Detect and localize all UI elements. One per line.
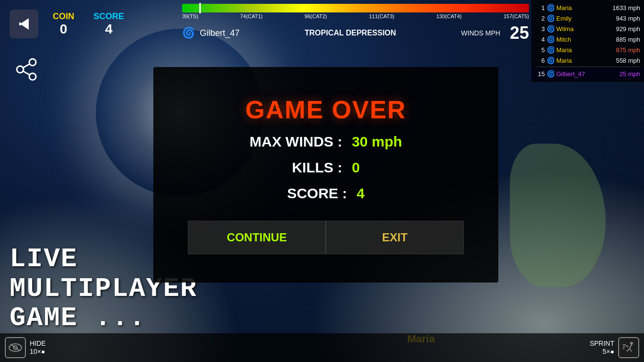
kills-label: KILLS : bbox=[292, 159, 342, 176]
svg-line-13 bbox=[630, 349, 632, 351]
land-mass bbox=[510, 144, 606, 287]
modal-buttons: CONTINUE EXIT bbox=[188, 221, 464, 254]
lb-row-5: 5 🌀 Maria 875 mph bbox=[531, 45, 644, 55]
lb-hurricane-icon-6: 🌀 bbox=[547, 57, 554, 64]
lb-row-6: 6 🌀 Maria 558 mph bbox=[531, 55, 644, 66]
wind-label-cat2: 96(CAT2) bbox=[305, 13, 327, 19]
svg-line-14 bbox=[626, 346, 629, 347]
lb-name-5: Maria bbox=[556, 46, 614, 54]
category-label: TROPICAL DEPRESSION bbox=[244, 29, 456, 37]
wind-label-cat3: 111(CAT3) bbox=[369, 13, 394, 19]
wind-indicator bbox=[199, 3, 201, 13]
svg-line-6 bbox=[23, 71, 30, 75]
lb-row-4: 4 🌀 Mitch 885 mph bbox=[531, 34, 644, 45]
hide-button[interactable]: HIDE 10×● bbox=[5, 337, 46, 358]
lb-player-rank: 15 bbox=[535, 70, 545, 78]
lb-speed-5: 875 mph bbox=[616, 46, 640, 54]
lb-hurricane-icon-3: 🌀 bbox=[547, 25, 554, 33]
svg-point-10 bbox=[630, 342, 633, 345]
hurricane-icon: 🌀 bbox=[182, 27, 195, 39]
lb-rank-4: 4 bbox=[535, 36, 545, 43]
lb-rank-2: 2 bbox=[535, 15, 545, 22]
lb-speed-6: 558 mph bbox=[616, 57, 640, 64]
score-block: SCORE 4 bbox=[93, 11, 124, 37]
coin-label: COIN bbox=[53, 11, 74, 22]
continue-button[interactable]: CONTINUE bbox=[188, 221, 326, 254]
lb-speed-3: 929 mph bbox=[616, 25, 640, 33]
score-value: 4 bbox=[105, 22, 113, 37]
wind-bar-labels: 39(TS) 74(CAT1) 96(CAT2) 111(CAT3) 130(C… bbox=[182, 13, 529, 19]
svg-point-3 bbox=[17, 66, 23, 73]
coin-block: COIN 0 bbox=[53, 11, 74, 37]
lb-player-row: 15 🌀 Gilbert_47 25 mph bbox=[531, 68, 644, 79]
max-winds-label: MAX WINDS : bbox=[250, 134, 342, 150]
kills-row: KILLS : 0 bbox=[292, 159, 360, 176]
svg-line-11 bbox=[630, 345, 632, 349]
lb-hurricane-icon-4: 🌀 bbox=[547, 35, 554, 43]
hide-text: HIDE 10×● bbox=[30, 339, 46, 356]
lb-rank-6: 6 bbox=[535, 57, 545, 64]
share-button[interactable] bbox=[14, 57, 38, 83]
hide-icon-box bbox=[5, 337, 26, 358]
wind-label-cat4: 130(CAT4) bbox=[436, 13, 461, 19]
lb-row-3: 3 🌀 Wilma 929 mph bbox=[531, 23, 644, 34]
wind-label-ts: 39(TS) bbox=[182, 13, 198, 19]
svg-rect-1 bbox=[19, 23, 21, 25]
lb-player-name: Gilbert_47 bbox=[556, 70, 618, 78]
kills-value: 0 bbox=[352, 159, 360, 176]
lb-name-4: Mitch bbox=[556, 36, 614, 43]
lb-name-3: Wilma bbox=[556, 25, 614, 33]
score-row: SCORE : 4 bbox=[287, 185, 365, 202]
hurricane-name: Gilbert_47 bbox=[200, 28, 240, 38]
coin-value: 0 bbox=[60, 22, 68, 37]
lb-row-2: 2 🌀 Emily 943 mph bbox=[531, 13, 644, 23]
svg-point-2 bbox=[29, 59, 36, 66]
lb-speed-4: 885 mph bbox=[616, 36, 640, 43]
lb-rank-3: 3 bbox=[535, 25, 545, 33]
lb-hurricane-icon-2: 🌀 bbox=[547, 14, 554, 22]
lb-player-speed: 25 mph bbox=[620, 70, 640, 78]
back-button[interactable] bbox=[5, 5, 43, 43]
modal-score-label: SCORE : bbox=[287, 185, 347, 202]
sprint-button[interactable]: SPRINT 5×● bbox=[590, 337, 639, 358]
svg-marker-0 bbox=[20, 18, 29, 30]
lb-divider bbox=[535, 67, 640, 67]
modal-score-value: 4 bbox=[356, 185, 365, 202]
svg-line-5 bbox=[23, 64, 30, 68]
wind-label-cat1: 74(CAT1) bbox=[240, 13, 263, 19]
game-over-modal: GAME OVER MAX WINDS : 30 mph KILLS : 0 S… bbox=[153, 67, 498, 283]
svg-line-12 bbox=[627, 349, 630, 351]
lb-hurricane-icon-1: 🌀 bbox=[547, 4, 554, 11]
max-winds-value: 30 mph bbox=[352, 134, 402, 150]
leaderboard: 1 🌀 Maria 1633 mph 2 🌀 Emily 943 mph 3 🌀… bbox=[531, 0, 644, 82]
hurricane-info-row: 🌀 Gilbert_47 TROPICAL DEPRESSION WINDS M… bbox=[182, 23, 529, 43]
lb-name-1: Maria bbox=[556, 4, 610, 11]
lb-name-2: Emily bbox=[556, 15, 614, 22]
game-over-title: GAME OVER bbox=[245, 95, 406, 124]
lb-speed-1: 1633 mph bbox=[612, 4, 640, 11]
lb-speed-2: 943 mph bbox=[616, 15, 640, 22]
lb-rank-1: 1 bbox=[535, 4, 545, 11]
wind-gradient-bar bbox=[182, 4, 529, 12]
lb-player-hurricane-icon: 🌀 bbox=[547, 70, 554, 78]
coin-score-area: COIN 0 SCORE 4 bbox=[53, 11, 124, 37]
wind-speed-value: 25 bbox=[510, 23, 529, 43]
back-arrow-icon bbox=[10, 10, 38, 38]
lb-name-6: Maria bbox=[556, 57, 614, 64]
svg-point-4 bbox=[29, 73, 36, 80]
sprint-icon-box bbox=[618, 337, 639, 358]
winds-label: WINDS MPH bbox=[461, 29, 500, 37]
sprint-text: SPRINT 5×● bbox=[590, 339, 614, 356]
lb-row-1: 1 🌀 Maria 1633 mph bbox=[531, 2, 644, 13]
wind-bar-container: 39(TS) 74(CAT1) 96(CAT2) 111(CAT3) 130(C… bbox=[182, 0, 529, 45]
live-line3: GAME ... bbox=[10, 304, 197, 333]
exit-button[interactable]: EXIT bbox=[326, 221, 464, 254]
lb-rank-5: 5 bbox=[535, 46, 545, 54]
bottom-bar: HIDE 10×● SPRINT 5×● bbox=[0, 333, 644, 362]
lb-hurricane-icon-5: 🌀 bbox=[547, 46, 554, 54]
score-label: SCORE bbox=[93, 11, 124, 22]
wind-label-cat5: 157(CAT5) bbox=[504, 13, 529, 19]
max-winds-row: MAX WINDS : 30 mph bbox=[250, 134, 402, 150]
